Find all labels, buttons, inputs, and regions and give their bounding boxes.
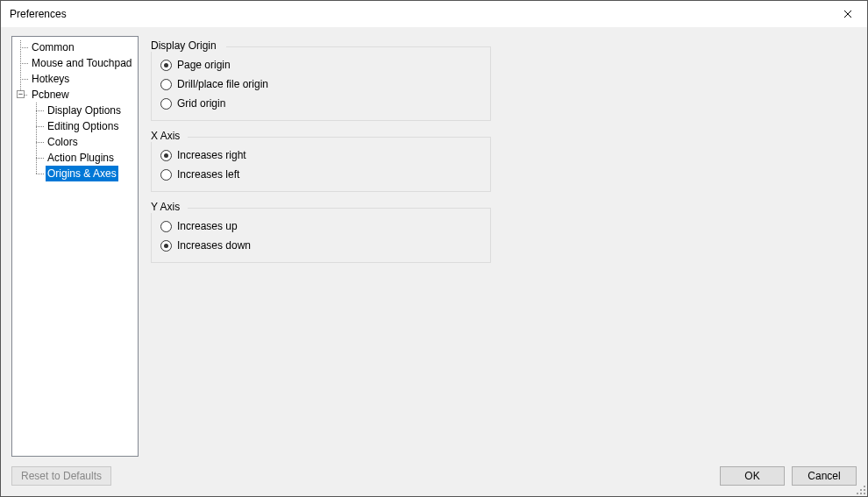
tree-item-action-plugins[interactable]: Action Plugins: [12, 150, 138, 166]
close-button[interactable]: [828, 1, 867, 27]
group-display-origin: Display Origin Page origin Drill/place f…: [151, 46, 491, 121]
radio-page-origin[interactable]: Page origin: [160, 55, 481, 75]
radio-label: Increases right: [177, 149, 246, 161]
content-area: Common Mouse and Touchpad Hotkeys − Pcbn…: [1, 27, 867, 461]
reset-defaults-button[interactable]: Reset to Defaults: [11, 466, 111, 486]
nav-tree[interactable]: Common Mouse and Touchpad Hotkeys − Pcbn…: [11, 36, 139, 457]
radio-x-increases-left[interactable]: Increases left: [160, 165, 481, 184]
tree-item-pcbnew[interactable]: − Pcbnew: [12, 87, 138, 103]
close-icon: [843, 10, 852, 18]
tree-item-common[interactable]: Common: [12, 39, 138, 55]
radio-grid-origin[interactable]: Grid origin: [160, 94, 481, 113]
tree-label: Action Plugins: [46, 150, 116, 166]
window-title: Preferences: [10, 8, 67, 20]
radio-y-increases-up[interactable]: Increases up: [160, 217, 481, 236]
radio-icon: [160, 221, 172, 232]
tree-item-colors[interactable]: Colors: [12, 134, 138, 150]
radio-label: Increases up: [177, 220, 238, 232]
ok-button[interactable]: OK: [720, 466, 785, 486]
group-y-axis: Y Axis Increases up Increases down: [151, 208, 491, 263]
tree-label: Hotkeys: [30, 71, 71, 87]
button-label: Cancel: [808, 470, 840, 482]
radio-label: Page origin: [177, 59, 231, 71]
radio-label: Grid origin: [177, 97, 225, 110]
tree-label: Colors: [46, 134, 80, 150]
tree-label: Display Options: [46, 103, 123, 118]
button-label: Reset to Defaults: [21, 470, 102, 482]
tree-label: Editing Options: [46, 118, 120, 134]
group-legend: X Axis: [151, 130, 183, 142]
radio-label: Drill/place file origin: [177, 78, 268, 90]
radio-x-increases-right[interactable]: Increases right: [160, 146, 481, 165]
tree-expander-pcbnew[interactable]: −: [17, 90, 25, 98]
settings-panel: Display Origin Page origin Drill/place f…: [151, 36, 857, 461]
group-x-axis: X Axis Increases right Increases left: [151, 137, 491, 192]
tree-label: Mouse and Touchpad: [30, 55, 134, 71]
radio-y-increases-down[interactable]: Increases down: [160, 236, 481, 255]
radio-drill-origin[interactable]: Drill/place file origin: [160, 75, 481, 94]
radio-icon: [160, 60, 172, 71]
tree-item-hotkeys[interactable]: Hotkeys: [12, 71, 138, 87]
tree-label: Common: [30, 39, 76, 55]
tree-item-origins-axes[interactable]: Origins & Axes: [12, 166, 138, 181]
tree-wrap: Common Mouse and Touchpad Hotkeys − Pcbn…: [12, 39, 138, 456]
dialog-footer: Reset to Defaults OK Cancel: [1, 461, 867, 496]
preferences-window: Preferences Common Mouse and Touchpad: [0, 0, 868, 497]
tree-item-editing-options[interactable]: Editing Options: [12, 118, 138, 134]
group-legend: Y Axis: [151, 201, 183, 213]
tree-label: Origins & Axes: [46, 166, 118, 181]
minus-icon: −: [18, 89, 23, 98]
radio-label: Increases left: [177, 168, 239, 181]
group-legend: Display Origin: [151, 39, 220, 52]
radio-icon: [160, 98, 172, 110]
radio-icon: [160, 240, 172, 252]
radio-icon: [160, 169, 172, 181]
titlebar: Preferences: [1, 1, 867, 27]
radio-icon: [160, 150, 172, 161]
tree-label: Pcbnew: [30, 87, 71, 103]
tree-item-display-options[interactable]: Display Options: [12, 103, 138, 118]
radio-icon: [160, 79, 172, 90]
cancel-button[interactable]: Cancel: [792, 466, 857, 486]
radio-label: Increases down: [177, 239, 251, 252]
tree-item-mouse[interactable]: Mouse and Touchpad: [12, 55, 138, 71]
button-label: OK: [744, 470, 759, 482]
